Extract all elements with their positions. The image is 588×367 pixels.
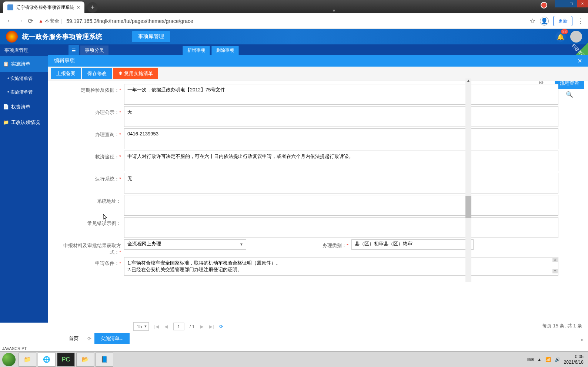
modal-close-icon[interactable]: × <box>578 57 582 65</box>
tab-close-icon[interactable]: × <box>77 4 80 10</box>
input-error-example[interactable] <box>124 217 558 238</box>
window-maximize-button[interactable]: □ <box>566 0 577 7</box>
browser-tab[interactable]: 辽宁省政务服务事项管理系统 × <box>3 1 84 13</box>
bottom-tabs: 首页 ⟳ 实施清单... <box>63 333 130 344</box>
tab-implement-list[interactable]: 实施清单... <box>94 333 130 344</box>
folder-icon: 📁 <box>3 119 9 125</box>
tab-favicon <box>7 4 13 10</box>
page-size-select[interactable]: 15 <box>133 322 149 331</box>
refresh-page-button[interactable]: ⟳ <box>219 324 223 329</box>
tab-title: 辽宁省政务服务事项管理系统 <box>16 4 74 11</box>
next-page-button[interactable]: ▶ <box>200 324 204 329</box>
tray-flag-icon[interactable]: ▲ <box>537 357 542 362</box>
modal-scrollbar[interactable]: ▲ <box>465 78 471 282</box>
task-chrome[interactable]: 🌐 <box>38 353 56 367</box>
task-folder[interactable]: 📂 <box>76 353 94 367</box>
label-system: 运行系统：* <box>63 173 124 182</box>
update-button[interactable]: 更新 <box>553 16 572 26</box>
windows-taskbar: 📁 🌐 PC 📂 📘 ⌨ ▲ 📶 🔊 0:05 2021/6/18 <box>0 351 588 367</box>
label-apply-method: 申报材料及审批结果获取方式：* <box>63 239 124 256</box>
input-periodic-check[interactable] <box>124 84 558 105</box>
input-remedy[interactable] <box>124 151 558 171</box>
window-minimize-button[interactable]: — <box>555 0 566 7</box>
edit-modal: 编辑事项 × 上报备案 保存修改 ✱ 复用实施清单 定期检验及依据：* 办理公示… <box>48 55 588 284</box>
status-text: JAVASCRIPT <box>2 346 27 351</box>
sidebar-item-claim[interactable]: 📁 工改认领情况 <box>0 115 48 130</box>
browser-tab-bar: 辽宁省政务服务事项管理系统 × + ▼ — □ × <box>0 0 588 13</box>
reuse-button[interactable]: ✱ 复用实施清单 <box>113 68 158 79</box>
pagination: 15 |◀ ◀ / 1 ▶ ▶| ⟳ <box>133 322 223 331</box>
new-tab-button[interactable]: + <box>87 2 98 13</box>
select-apply-method[interactable]: 全流程网上办理 <box>124 239 246 250</box>
toggle-sidebar-icon[interactable]: ☰ <box>69 45 79 55</box>
label-error-example: 常见错误示例： <box>63 217 124 227</box>
user-avatar[interactable] <box>570 31 582 43</box>
recording-indicator-icon <box>541 2 547 9</box>
form-area: 定期检验及依据：* 办理公示：* 办理查询：* 救济途径：* 运行系统：* 系统… <box>48 81 588 284</box>
delete-item-button[interactable]: 删除事项 <box>211 46 239 55</box>
back-button[interactable]: ← <box>4 16 15 26</box>
breadcrumb[interactable]: 事项库管理 <box>4 47 29 54</box>
modal-title: 编辑事项 <box>54 57 75 64</box>
input-system[interactable] <box>124 173 558 193</box>
input-publicity[interactable] <box>124 106 558 127</box>
new-item-button[interactable]: 新增事项 <box>183 46 210 55</box>
textarea-scrollbar[interactable]: ▲ ▼ <box>552 258 558 273</box>
first-page-button[interactable]: |◀ <box>154 324 159 329</box>
page-info: 每页 15 条, 共 1 条 <box>542 323 582 329</box>
tray-sound-icon[interactable]: 🔊 <box>555 357 560 362</box>
input-apply-condition[interactable] <box>124 257 558 276</box>
doc-icon: 📄 <box>3 104 9 110</box>
app-logo <box>6 31 18 43</box>
scroll-up-icon[interactable]: ▲ <box>552 258 558 262</box>
menu-icon[interactable]: ⋮ <box>577 17 584 25</box>
select-handle-type[interactable]: 县（区）初审县（区）终审 <box>351 239 474 250</box>
sidebar-subitem-2[interactable]: • 实施清单管 <box>0 85 48 99</box>
go-last-icon[interactable]: » <box>581 337 584 343</box>
tray-network-icon[interactable]: 📶 <box>545 357 551 362</box>
label-inquiry: 办理查询：* <box>63 128 124 138</box>
modal-toolbar: 上报备案 保存修改 ✱ 复用实施清单 <box>48 67 588 81</box>
app-title: 统一政务服务事项管理系统 <box>22 32 102 41</box>
modal-header: 编辑事项 × <box>48 55 588 67</box>
save-button[interactable]: 保存修改 <box>82 68 112 79</box>
notification-bell-icon[interactable]: 🔔 88 <box>555 31 566 42</box>
bookmark-icon[interactable]: ☆ <box>529 17 535 25</box>
input-inquiry[interactable] <box>124 128 558 149</box>
sidebar-subitem-1[interactable]: • 实施清单管 <box>0 72 48 85</box>
label-apply-condition: 申请条件：* <box>63 257 124 267</box>
tray-clock[interactable]: 0:05 2021/6/18 <box>564 354 584 365</box>
sidebar-item-responsibility[interactable]: 📄 权责清单 <box>0 99 48 115</box>
nav-tab-category[interactable]: 事项分类 <box>80 46 108 55</box>
last-page-button[interactable]: ▶| <box>209 324 214 329</box>
sidebar-item-implement[interactable]: 📋 实施清单 <box>0 56 48 72</box>
task-app[interactable]: 📘 <box>96 353 113 367</box>
task-pycharm[interactable]: PC <box>57 353 75 367</box>
page-input[interactable] <box>173 323 184 330</box>
header-main-button[interactable]: 事项库管理 <box>132 31 170 43</box>
scroll-down-icon[interactable]: ▼ <box>552 269 558 273</box>
tab-home[interactable]: 首页 <box>63 333 84 344</box>
forward-button[interactable]: → <box>15 16 25 26</box>
tray-ime-icon[interactable]: ⌨ <box>527 357 534 362</box>
security-indicator[interactable]: ▲ 不安全 | <box>39 18 63 24</box>
label-sys-addr: 系统地址： <box>63 195 124 205</box>
modal-scrollbar-thumb[interactable] <box>465 196 471 218</box>
window-close-button[interactable]: × <box>577 0 588 7</box>
prev-page-button[interactable]: ◀ <box>164 324 168 329</box>
scroll-up-arrow-icon[interactable]: ▲ <box>465 78 471 84</box>
refresh-icon[interactable]: ⟳ <box>87 336 91 341</box>
task-explorer[interactable]: 📁 <box>19 353 36 367</box>
submit-button[interactable]: 上报备案 <box>51 68 81 79</box>
window-controls: — □ × <box>555 0 588 7</box>
notification-badge: 88 <box>561 29 568 34</box>
url-text: 59.197.165.3/lnqlk/frame/fui/pages/theme… <box>66 18 193 24</box>
list-icon: 📋 <box>3 61 9 67</box>
input-sys-addr[interactable] <box>124 195 558 216</box>
start-button[interactable] <box>0 352 18 367</box>
address-bar[interactable]: ▲ 不安全 | 59.197.165.3/lnqlk/frame/fui/pag… <box>39 18 529 24</box>
profile-icon[interactable]: 👤 <box>540 17 549 26</box>
reload-button[interactable]: ⟳ <box>25 16 36 26</box>
app-header: 统一政务服务事项管理系统 事项库管理 🔔 88 <box>0 29 588 44</box>
tab-list-dropdown-icon[interactable]: ▼ <box>332 8 336 13</box>
